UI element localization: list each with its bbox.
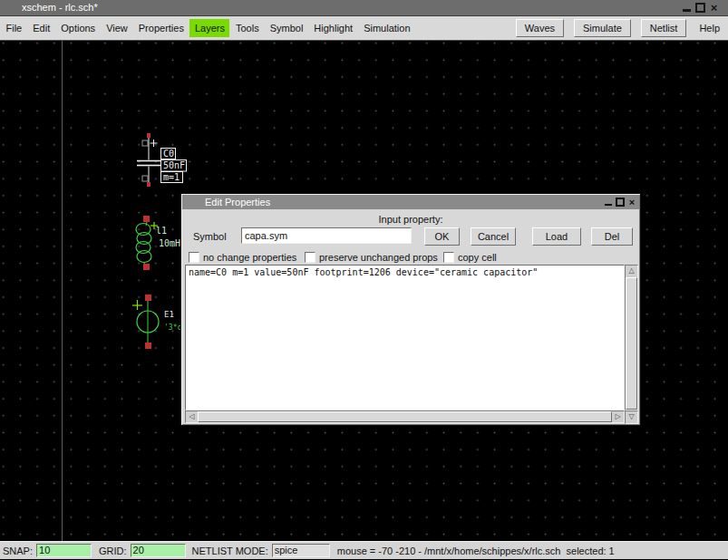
checkbox-row: no change properties preserve unchanged … [181, 251, 640, 264]
xschem-window: xschem - rlc.sch* × File Edit Options Vi… [0, 0, 728, 560]
property-textarea[interactable]: name=C0 m=1 value=50nF footprint=1206 de… [185, 265, 625, 410]
pin-marker [143, 216, 150, 222]
menu-edit[interactable]: Edit [28, 19, 55, 37]
capacitor-component[interactable]: C0 50nF m=1 [137, 133, 187, 187]
dialog-titlebar[interactable]: Edit Properties × [182, 195, 639, 209]
capacitor-ref-label: C0 [163, 149, 174, 159]
vertical-scroll-thumb[interactable] [626, 277, 637, 410]
scroll-down-icon[interactable]: ▽ [626, 411, 637, 422]
scroll-left-icon[interactable]: ◁ [186, 411, 198, 422]
simulate-button[interactable]: Simulate [574, 19, 631, 37]
no-change-properties-label: no change properties [203, 252, 296, 263]
menu-properties[interactable]: Properties [133, 19, 189, 37]
minimize-icon[interactable] [604, 198, 613, 207]
mouse-status-text: mouse = -70 -210 - /mnt/x/home/schippes/… [337, 546, 615, 556]
dialog-controls: × [604, 198, 636, 207]
preserve-unchanged-props-label: preserve unchanged props [319, 252, 438, 263]
netlist-mode-label: NETLIST MODE: [192, 546, 268, 556]
copy-cell-checkbox[interactable] [443, 252, 454, 263]
source-component[interactable]: E1 '3*c [132, 294, 181, 349]
pin-box [142, 140, 148, 146]
scroll-right-icon[interactable]: ▷ [612, 411, 624, 422]
netlist-mode-input[interactable]: spice [272, 544, 330, 557]
vertical-scrollbar[interactable]: △ [625, 265, 638, 410]
scroll-down-box[interactable]: ▽ [625, 410, 638, 424]
pin-box [142, 176, 148, 181]
horizontal-scroll-thumb[interactable] [198, 411, 612, 422]
menu-highlight[interactable]: Highlight [309, 19, 358, 37]
snap-label: SNAP: [3, 546, 33, 556]
no-change-properties-checkbox[interactable] [189, 252, 199, 263]
menu-simulation[interactable]: Simulation [359, 19, 415, 37]
menu-layers[interactable]: Layers [189, 19, 229, 37]
window-title: xschem - rlc.sch* [22, 0, 98, 15]
grid-input[interactable]: 20 [131, 544, 186, 557]
menu-help[interactable]: Help [696, 20, 723, 36]
pin-marker [147, 182, 150, 187]
inductor-value-label: 10mH [159, 238, 180, 248]
netlist-button[interactable]: Netlist [641, 19, 687, 37]
window-titlebar: xschem - rlc.sch* × [0, 0, 728, 16]
window-controls: × [682, 3, 719, 13]
preserve-unchanged-props-checkbox[interactable] [305, 252, 315, 263]
load-button[interactable]: Load [532, 227, 581, 246]
capacitor-mult-label: m=1 [163, 172, 180, 182]
symbol-label: Symbol [193, 231, 227, 242]
menu-options[interactable]: Options [56, 19, 101, 37]
close-icon[interactable]: × [627, 198, 636, 207]
menu-view[interactable]: View [102, 19, 133, 37]
menubar: File Edit Options View Properties Layers… [0, 16, 728, 41]
menu-tools[interactable]: Tools [230, 19, 264, 37]
pin-marker [147, 133, 150, 138]
pin-marker [143, 264, 150, 270]
statusbar: SNAP: 10 GRID: 20 NETLIST MODE: spice mo… [0, 541, 728, 559]
source-ref-label: E1 [164, 310, 174, 319]
inductor-ref-label: l1 [156, 226, 167, 236]
maximize-icon[interactable] [616, 198, 625, 207]
waves-button[interactable]: Waves [516, 19, 564, 37]
menu-file[interactable]: File [1, 19, 27, 37]
menubar-right: Waves Simulate Netlist Help [516, 19, 723, 37]
input-property-label: Input property: [181, 214, 640, 225]
inductor-component[interactable]: l1 10mH [136, 216, 180, 270]
copy-cell-label: copy cell [458, 252, 497, 263]
scroll-up-icon[interactable]: △ [626, 266, 637, 276]
pin-marker [145, 343, 151, 349]
symbol-input[interactable]: capa.sym [241, 227, 412, 244]
snap-input[interactable]: 10 [36, 544, 92, 557]
capacitor-value-label: 50nF [163, 160, 185, 170]
close-icon[interactable]: × [709, 3, 719, 13]
pin-marker [145, 294, 151, 301]
source-value-label: '3*c [164, 323, 181, 332]
ok-button[interactable]: OK [424, 227, 460, 246]
menu-symbol[interactable]: Symbol [265, 19, 308, 37]
del-button[interactable]: Del [591, 227, 633, 246]
edit-properties-dialog: Edit Properties × Input property: Symbol… [180, 193, 641, 426]
grid-label: GRID: [99, 546, 127, 556]
cancel-button[interactable]: Cancel [471, 227, 516, 246]
dialog-title: Edit Properties [205, 195, 270, 209]
minimize-icon[interactable] [682, 3, 692, 13]
maximize-icon[interactable] [695, 3, 705, 13]
horizontal-scrollbar[interactable]: ◁ ▷ [185, 410, 625, 423]
